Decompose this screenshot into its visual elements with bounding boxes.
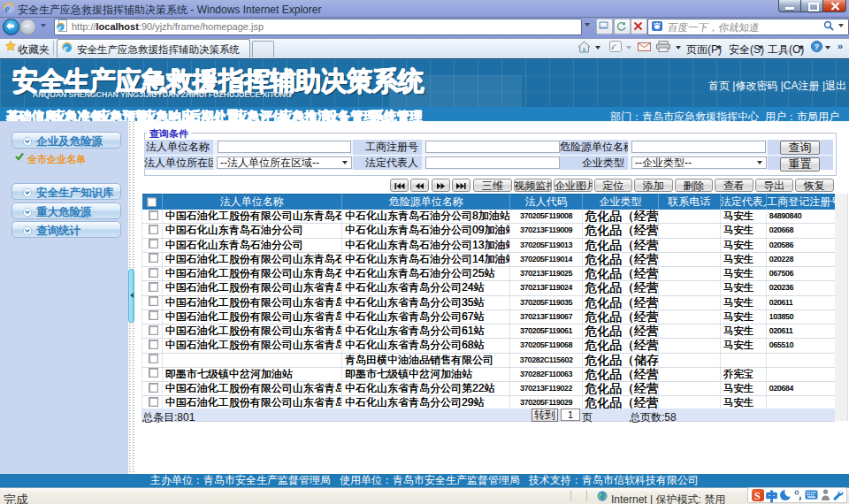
svg-text:?: ? <box>815 42 820 51</box>
